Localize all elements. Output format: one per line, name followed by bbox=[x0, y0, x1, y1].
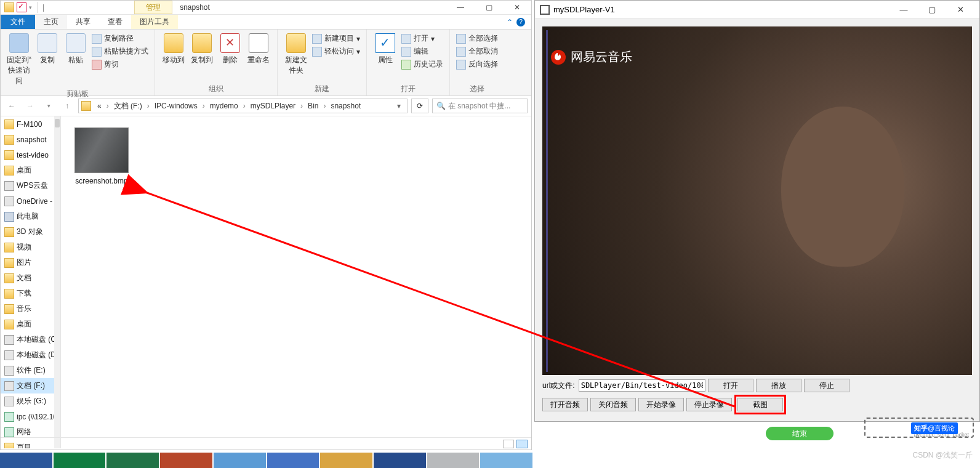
minimize-button[interactable]: — bbox=[446, 1, 475, 15]
copy-to-button[interactable]: 复制到 bbox=[188, 32, 215, 67]
tab-view[interactable]: 查看 bbox=[99, 15, 131, 29]
start-record-button[interactable]: 开始录像 bbox=[638, 398, 684, 411]
easy-access-button[interactable]: 轻松访问 ▾ bbox=[312, 46, 360, 57]
credit-text: CSDN @浅笑一斤 bbox=[912, 450, 973, 461]
copy-path-button[interactable]: 复制路径 bbox=[92, 33, 148, 44]
sidebar-item[interactable]: 3D 对象 bbox=[1, 224, 60, 240]
open-button[interactable]: 打开 ▾ bbox=[401, 33, 443, 44]
qat-overflow-icon[interactable]: ▾ bbox=[29, 4, 32, 10]
sidebar-item[interactable]: 图片 bbox=[1, 255, 60, 270]
nav-forward-button[interactable]: → bbox=[23, 99, 38, 113]
sidebar-item[interactable]: 此电脑 bbox=[1, 209, 60, 224]
ribbon-collapse-icon[interactable]: ⌃ bbox=[507, 18, 513, 26]
paste-shortcut-button[interactable]: 粘贴快捷方式 bbox=[92, 46, 148, 57]
sidebar-item[interactable]: 视频 bbox=[1, 240, 60, 255]
screenshot-button[interactable]: 截图 bbox=[737, 398, 783, 411]
sidebar-item[interactable]: 娱乐 (G:) bbox=[1, 393, 60, 409]
url-input[interactable] bbox=[579, 379, 705, 392]
sidebar-item[interactable]: 音乐 bbox=[1, 301, 60, 317]
folder-icon bbox=[4, 258, 14, 268]
nav-up-button[interactable]: ↑ bbox=[60, 99, 74, 113]
navigation-pane[interactable]: F-M100snapshottest-video桌面WPS云盘OneDrive … bbox=[1, 116, 61, 448]
end-button[interactable]: 结束 bbox=[766, 427, 833, 440]
sidebar-item[interactable]: ipc (\\192.168.8 bbox=[1, 409, 60, 424]
folder-icon bbox=[4, 150, 14, 160]
paste-button[interactable]: 粘贴 bbox=[62, 32, 89, 67]
quick-access-pin-button[interactable]: 固定到“快速访问 bbox=[6, 32, 33, 87]
sidebar-item[interactable]: 桌面 bbox=[1, 163, 60, 178]
nav-recent-button[interactable]: ▾ bbox=[41, 99, 56, 113]
contextual-tab-manage[interactable]: 管理 bbox=[134, 1, 172, 14]
history-button[interactable]: 历史记录 bbox=[401, 59, 443, 70]
sidebar-item-label: 桌面 bbox=[17, 165, 31, 176]
sidebar-item[interactable]: 文档 bbox=[1, 270, 60, 286]
sidebar-item[interactable]: 本地磁盘 (C:) bbox=[1, 332, 60, 347]
sidebar-item[interactable]: WPS云盘 bbox=[1, 178, 60, 193]
search-input[interactable]: 🔍 在 snapshot 中搜... bbox=[432, 99, 528, 113]
sidebar-item[interactable]: test-video bbox=[1, 147, 60, 163]
folder-icon bbox=[4, 320, 14, 329]
cut-button[interactable]: 剪切 bbox=[92, 59, 148, 70]
qat-properties-icon[interactable] bbox=[17, 2, 26, 12]
net-icon bbox=[4, 427, 14, 437]
tab-home[interactable]: 主页 bbox=[35, 15, 67, 29]
sidebar-item-label: WPS云盘 bbox=[17, 180, 48, 191]
edit-button[interactable]: 编辑 bbox=[401, 46, 443, 57]
sidebar-item[interactable]: 文档 (F:) bbox=[1, 378, 60, 393]
sidebar-item[interactable]: snapshot bbox=[1, 132, 60, 147]
group-label-organize: 组织 bbox=[160, 83, 272, 94]
thumbnails-view-icon[interactable] bbox=[516, 440, 528, 448]
ribbon-group-clipboard: 固定到“快速访问 复制 粘贴 复制路径 粘贴快捷方式 剪切 剪贴板 bbox=[1, 30, 155, 95]
rename-button[interactable]: 重命名 bbox=[245, 32, 272, 67]
refresh-button[interactable]: ⟳ bbox=[411, 99, 428, 113]
player-title: mySDLPlayer-V1 bbox=[553, 5, 615, 14]
folder-icon bbox=[4, 289, 14, 299]
search-icon: 🔍 bbox=[436, 102, 446, 110]
file-item-screenshot[interactable]: screenshot.bmp bbox=[72, 127, 131, 185]
sidebar-item[interactable]: 下载 bbox=[1, 286, 60, 301]
file-list[interactable]: screenshot.bmp bbox=[61, 116, 531, 448]
group-label-clipboard: 剪贴板 bbox=[6, 87, 150, 99]
close-button[interactable]: ✕ bbox=[503, 1, 531, 15]
nav-back-button[interactable]: ← bbox=[4, 99, 19, 113]
maximize-button[interactable]: ▢ bbox=[475, 1, 503, 15]
delete-button[interactable]: 删除 bbox=[217, 32, 244, 67]
folder-icon bbox=[4, 304, 14, 314]
properties-button[interactable]: 属性 bbox=[372, 32, 399, 67]
sidebar-item[interactable]: 桌面 bbox=[1, 317, 60, 332]
sidebar-scrollbar[interactable] bbox=[54, 116, 60, 448]
drive-icon bbox=[4, 397, 14, 406]
select-none-button[interactable]: 全部取消 bbox=[456, 46, 498, 57]
sidebar-item[interactable]: 软件 (E:) bbox=[1, 363, 60, 378]
player-minimize-button[interactable]: — bbox=[890, 1, 918, 18]
details-view-icon[interactable] bbox=[503, 440, 514, 448]
select-all-button[interactable]: 全部选择 bbox=[456, 33, 498, 44]
tab-share[interactable]: 共享 bbox=[67, 15, 99, 29]
help-icon[interactable]: ? bbox=[516, 18, 525, 26]
open-audio-button[interactable]: 打开音频 bbox=[542, 398, 588, 411]
open-file-button[interactable]: 打开 bbox=[708, 379, 753, 392]
move-to-button[interactable]: 移动到 bbox=[160, 32, 187, 67]
breadcrumb[interactable]: «› 文档 (F:)› IPC-windows› mydemo› mySDLPl… bbox=[78, 99, 408, 113]
player-maximize-button[interactable]: ▢ bbox=[918, 1, 946, 18]
tab-picture-tools[interactable]: 图片工具 bbox=[131, 15, 178, 29]
play-button[interactable]: 播放 bbox=[756, 379, 801, 392]
stop-button[interactable]: 停止 bbox=[804, 379, 849, 392]
drive-icon bbox=[4, 381, 14, 391]
new-folder-button[interactable]: 新建文件夹 bbox=[283, 32, 310, 77]
sidebar-item[interactable]: F-M100 bbox=[1, 116, 60, 132]
player-close-button[interactable]: ✕ bbox=[946, 1, 974, 18]
ribbon-group-open: 属性 打开 ▾ 编辑 历史记录 打开 bbox=[367, 30, 450, 95]
group-label-new: 新建 bbox=[283, 83, 361, 94]
copy-button[interactable]: 复制 bbox=[34, 32, 61, 67]
new-item-button[interactable]: 新建项目 ▾ bbox=[312, 33, 360, 44]
invert-selection-button[interactable]: 反向选择 bbox=[456, 59, 498, 70]
sidebar-item[interactable]: 本地磁盘 (D:) bbox=[1, 347, 60, 363]
tab-file[interactable]: 文件 bbox=[1, 15, 35, 29]
close-audio-button[interactable]: 关闭音频 bbox=[590, 398, 636, 411]
breadcrumb-dropdown-icon[interactable]: ▾ bbox=[393, 102, 404, 110]
sidebar-item[interactable]: OneDrive - Perso bbox=[1, 193, 60, 209]
netease-logo-icon bbox=[551, 50, 566, 65]
stop-record-button[interactable]: 停止录像 bbox=[686, 398, 732, 411]
qat-folder-icon[interactable] bbox=[4, 2, 14, 12]
